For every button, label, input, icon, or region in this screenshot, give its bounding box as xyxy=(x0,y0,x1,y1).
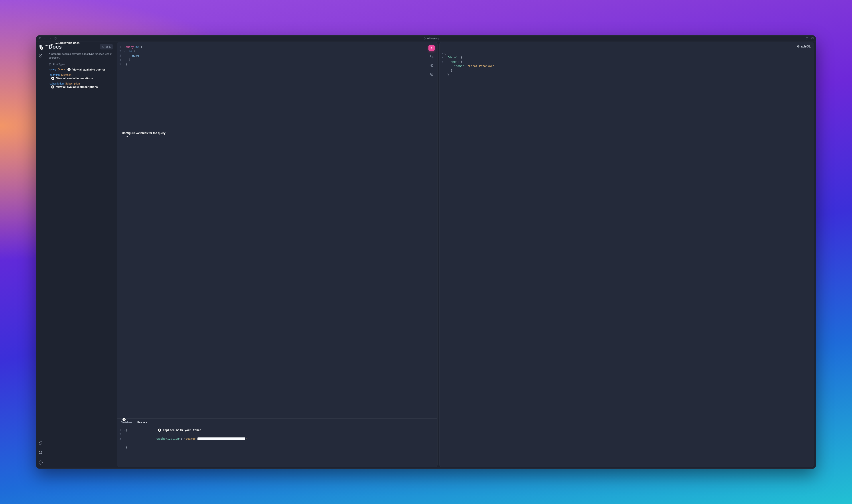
docs-panel: Docs ⌘ K A GraphQL schema provides a roo… xyxy=(45,41,116,469)
left-rail: 1 xyxy=(36,41,45,469)
root-type-subscription[interactable]: subscription: Subscription 5 View all av… xyxy=(50,82,113,89)
merge-button[interactable] xyxy=(429,62,435,68)
headers-code[interactable]: 1▾ 2 3 { "Authorization": "Bearer " } xyxy=(117,425,437,451)
docs-description: A GraphQL schema provides a root type fo… xyxy=(49,52,113,60)
run-query-button[interactable] xyxy=(429,45,435,51)
token-redacted xyxy=(198,437,245,440)
root-key: mutation xyxy=(50,73,60,76)
root-key: subscription xyxy=(50,82,64,85)
tab-headers[interactable]: Headers xyxy=(137,421,147,424)
annotation-text-4: View all available mutations xyxy=(56,77,93,80)
nav-back-icon[interactable] xyxy=(44,37,47,40)
annotation-badge-5: 5 xyxy=(51,85,54,89)
shield-icon[interactable] xyxy=(805,37,808,40)
copy-button[interactable] xyxy=(429,71,435,77)
response-card: GraphiQL ▾ ▾ ▾ { "da xyxy=(439,42,814,467)
annotation-badge-3: 3 xyxy=(68,68,71,71)
titlebar: railway.app xyxy=(36,35,816,41)
refresh-schema-button[interactable] xyxy=(38,440,43,446)
history-button[interactable] xyxy=(38,53,43,58)
svg-rect-0 xyxy=(39,37,41,39)
app-window: railway.app 1 Docs xyxy=(36,35,816,469)
docs-toggle-button[interactable]: 1 xyxy=(38,44,43,49)
svg-marker-10 xyxy=(431,47,432,49)
query-code[interactable]: 1▾ 2▾ 3 4 5 query me { me { name } } xyxy=(117,42,437,68)
svg-line-7 xyxy=(104,47,104,48)
docs-search-shortcut: ⌘ K xyxy=(106,45,111,48)
response-title: GraphiQL xyxy=(797,44,811,48)
root-type-link[interactable]: Subscription xyxy=(65,82,80,85)
lock-icon xyxy=(423,37,426,40)
root-types-label: Root Types xyxy=(53,63,65,66)
docs-search-button[interactable]: ⌘ K xyxy=(100,44,113,50)
variables-section: Variables Headers 2 1▾ 2 3 xyxy=(117,418,437,467)
prettify-button[interactable] xyxy=(429,54,435,59)
reload-icon[interactable] xyxy=(54,37,57,40)
root-type-link[interactable]: Query xyxy=(58,68,65,71)
address-bar-domain[interactable]: railway.app xyxy=(427,37,439,40)
annotation-text-5: View all available subscriptions xyxy=(56,85,97,89)
response-code[interactable]: ▾ ▾ ▾ { "data": { "me": { "name": "Far xyxy=(439,48,814,83)
settings-button[interactable] xyxy=(38,460,43,465)
tabs-icon[interactable] xyxy=(811,37,814,40)
shortcuts-button[interactable] xyxy=(38,450,43,455)
tab-variables[interactable]: Variables xyxy=(121,421,132,424)
docs-title: Docs xyxy=(49,44,62,50)
sidebar-toggle-icon[interactable] xyxy=(38,37,41,40)
new-tab-button[interactable] xyxy=(792,44,795,48)
root-type-link[interactable]: Mutation xyxy=(61,73,71,76)
nav-forward-icon[interactable] xyxy=(49,37,52,40)
root-types-header[interactable]: Root Types xyxy=(49,63,113,66)
svg-point-5 xyxy=(40,462,41,463)
root-type-query[interactable]: query: Query 3 View all available querie… xyxy=(50,68,113,71)
annotation-badge-4: 4 xyxy=(51,77,54,80)
annotation-text-3: View all available queries xyxy=(72,68,106,71)
root-type-mutation[interactable]: mutation: Mutation 4 View all available … xyxy=(50,73,113,80)
svg-point-6 xyxy=(102,46,104,48)
query-editor-card: 1▾ 2▾ 3 4 5 query me { me { name } } xyxy=(117,42,437,467)
root-key: query xyxy=(50,68,56,71)
svg-rect-2 xyxy=(424,38,425,39)
